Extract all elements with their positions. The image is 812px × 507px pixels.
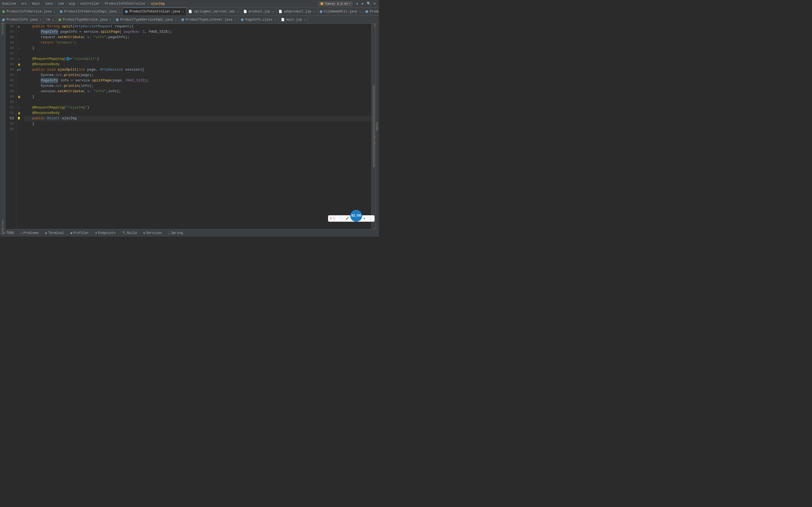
- tab-addproduct-jsp[interactable]: 📄 addproduct.jsp ✕: [276, 8, 317, 15]
- fold-icon-40[interactable]: ⊟: [18, 47, 19, 50]
- code-line-41: [24, 51, 371, 56]
- top-icons: ◀ ▶ 🔍 ⚙: [355, 2, 377, 6]
- tab-close-main-jsp[interactable]: ✕: [304, 18, 306, 21]
- services-label: Services: [146, 231, 162, 235]
- code-line-53: public Object ajaxImg: [24, 116, 371, 121]
- tab-close-pts[interactable]: ✕: [110, 18, 111, 21]
- debug-icon-44[interactable]: @: [19, 68, 20, 71]
- search-icon[interactable]: 🔍: [366, 2, 371, 6]
- tab-close-springmvc[interactable]: ✕: [237, 10, 239, 13]
- breadcrumb-class[interactable]: ProductInfoController: [105, 2, 146, 6]
- tab-producttypeservice[interactable]: ProductTypeService.java ✕: [56, 16, 114, 23]
- maven-label[interactable]: Maven: [376, 122, 379, 130]
- tab-icon-ptsi: [116, 18, 118, 21]
- bottom-tab-problems[interactable]: ⚠ Problems: [19, 231, 40, 235]
- ln-51: 51: [6, 105, 14, 110]
- tab-close-filenameutil[interactable]: ✕: [359, 10, 361, 13]
- tab-close-addproduct[interactable]: ✕: [313, 10, 315, 13]
- fold-icon-51[interactable]: ⊟: [18, 106, 19, 109]
- breadcrumb-com[interactable]: com: [58, 2, 64, 6]
- tab-filenameutil[interactable]: FileNameUtil.java ✕: [317, 8, 363, 15]
- breadcrumb-mimissm[interactable]: mimissm: [2, 2, 16, 6]
- breadcrumb-wlg[interactable]: wlg: [69, 2, 75, 6]
- ime-voice-btn[interactable]: 🎤: [345, 216, 350, 221]
- bottom-tab-services[interactable]: ⚙ Services: [142, 231, 163, 235]
- tab-product-info-service-impl[interactable]: ProductInfoServiceImpl.java ✕: [58, 8, 123, 15]
- code-line-54: }: [24, 121, 371, 126]
- current-line-marker: [374, 136, 375, 137]
- tab-icon-pts: [58, 18, 61, 21]
- tab-close-pic[interactable]: ✕: [275, 18, 276, 21]
- tab-close-rm[interactable]: ✕: [52, 18, 54, 21]
- settings-icon[interactable]: ⚙: [372, 2, 377, 6]
- bottom-tab-terminal[interactable]: ▶ Terminal: [44, 231, 65, 235]
- tomcat-badge[interactable]: 🐱 Tomcat 9.0.65 ▼: [318, 2, 352, 6]
- right-scrollbar[interactable]: [371, 24, 375, 229]
- tab-product-info-service[interactable]: ProductInfoService.java ✕: [0, 8, 58, 15]
- structure-icon[interactable]: Structure: [1, 25, 5, 29]
- ln-46: 46: [6, 78, 14, 83]
- current-line-marker-2: [374, 143, 375, 143]
- code-line-43: @ResponseBody: [24, 62, 371, 67]
- tab-close-service-impl[interactable]: ✕: [119, 10, 120, 13]
- code-line-48: session.setAttribute( s: "info",info);: [24, 89, 371, 94]
- nav-back-icon[interactable]: ◀: [355, 2, 359, 6]
- scrollbar-thumb[interactable]: [373, 86, 375, 168]
- tab-productinfo[interactable]: ProductInfo.java ✕: [0, 16, 44, 23]
- ime-grid-btn[interactable]: ::: [367, 217, 373, 221]
- breadcrumb-src[interactable]: src: [21, 2, 27, 6]
- ime-mic-btn[interactable]: ↑: [340, 217, 344, 221]
- breadcrumb-controller[interactable]: controller: [80, 2, 100, 6]
- warning-marker: [374, 26, 375, 26]
- run-icon-44[interactable]: ▶: [17, 68, 19, 72]
- bottom-tab-endpoints[interactable]: ⊕ Endpoints: [94, 231, 117, 235]
- tab-close-product-info-service[interactable]: ✕: [54, 10, 55, 13]
- tab-springmvc[interactable]: 📄 springmvc_servlet.xml ✕: [186, 8, 241, 15]
- code-line-51: @RequestMapping("/ajaxImg"): [24, 105, 371, 110]
- nav-forward-icon[interactable]: ▶: [360, 2, 365, 6]
- breadcrumb-main[interactable]: main: [32, 2, 40, 6]
- ln-40: 40: [6, 45, 14, 51]
- tabs-row-1: ProductInfoService.java ✕ ProductInfoSer…: [0, 8, 379, 16]
- empty-editor-space[interactable]: [24, 132, 371, 213]
- tab-product-jsp[interactable]: 📄 product.jsp ✕: [241, 8, 276, 15]
- code-area[interactable]: public String split(HttpServletRequest r…: [22, 24, 371, 229]
- tab-producttypeserviceimpl[interactable]: ProductTypeServiceImpl.java ✕: [114, 16, 179, 23]
- gutter-52: 🔒: [16, 110, 22, 116]
- error-marker-top: [374, 24, 375, 24]
- run-icon-36[interactable]: ▶: [18, 25, 20, 29]
- bottom-tab-profiler[interactable]: ◉ Profiler: [69, 231, 90, 235]
- gutter-42: ⊟: [16, 56, 22, 62]
- bottom-panel: ≡ TODO ⚠ Problems ▶ Terminal ◉ Profiler …: [0, 229, 379, 237]
- bottom-tab-spring[interactable]: ☁ Spring: [167, 231, 184, 235]
- code-line-52: @ResponseBody: [24, 110, 371, 116]
- tab-close-productinfo[interactable]: ✕: [40, 18, 41, 21]
- tab-product-info-controller[interactable]: ProductInfoController.java ✕: [123, 8, 186, 15]
- gutter-53: 💡: [16, 116, 22, 121]
- tab-close-ptsi[interactable]: ✕: [175, 18, 177, 21]
- breadcrumb-method[interactable]: ajaxImg: [151, 2, 164, 6]
- tabs-row-2: ProductInfo.java ✕ rm ✕ ProductTypeServi…: [0, 16, 379, 24]
- tab-main-jsp[interactable]: 📄 main.jsp ✕: [279, 16, 308, 23]
- tab-icon-green: [2, 10, 5, 13]
- editor-container: 36 37 38 39 40 41 42 43 44 45 46 47 48 4…: [5, 24, 375, 229]
- tab-close-controller[interactable]: ✕: [182, 10, 184, 13]
- fold-icon-42[interactable]: ⊟: [18, 58, 19, 61]
- gutter: ▶ ⊟ ⊟ 🔒 ▶ @ 🔒: [16, 24, 22, 229]
- tab-close-ptl[interactable]: ✕: [235, 18, 236, 21]
- tab-producttypelistener[interactable]: ProductTypeListener.java ✕: [179, 16, 239, 23]
- tab-pageinfo-class[interactable]: PageInfo.class ✕: [239, 16, 279, 23]
- tab-close-product-jsp[interactable]: ✕: [272, 10, 274, 13]
- favorites-icon[interactable]: Favorites: [1, 225, 5, 229]
- gutter-47: [16, 83, 22, 89]
- breadcrumb-java[interactable]: java: [45, 2, 53, 6]
- ln-44: 44: [6, 67, 14, 72]
- tab-rm[interactable]: rm ✕: [44, 16, 56, 23]
- ime-settings-btn[interactable]: ⚙: [362, 216, 366, 221]
- bottom-tab-build[interactable]: 🔨 Build: [121, 231, 138, 235]
- code-line-45: System.out.println(page);: [24, 72, 371, 78]
- tab-producttype[interactable]: ProductType.java ✕: [363, 8, 379, 15]
- gutter-51: ⊟: [16, 105, 22, 110]
- code-line-36: public String split(HttpServletRequest r…: [24, 24, 371, 29]
- bulb-icon-53[interactable]: 💡: [17, 117, 21, 120]
